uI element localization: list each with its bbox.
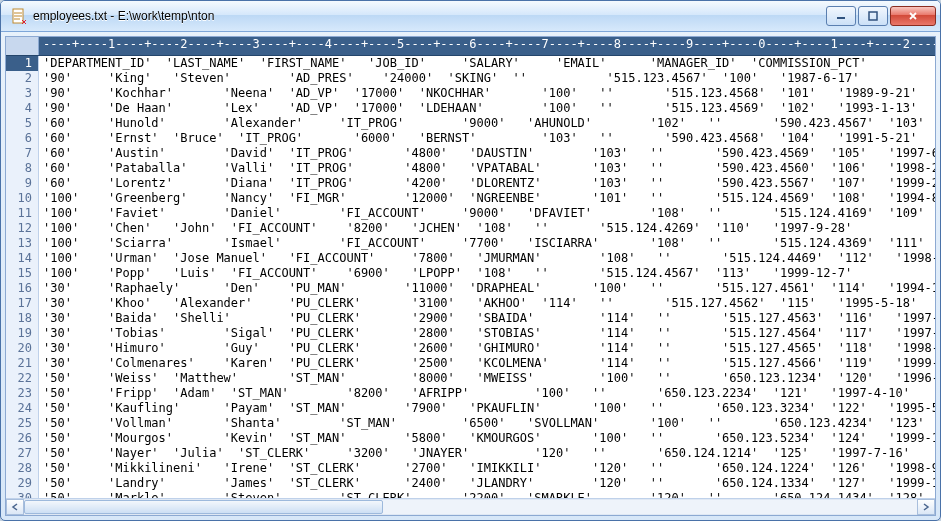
window-title: employees.txt - E:\work\temp\nton [33,9,826,23]
line-number[interactable]: 28 [6,461,38,476]
line-number[interactable]: 5 [6,116,38,131]
scroll-right-button[interactable] [917,499,935,515]
app-window: employees.txt - E:\work\temp\nton ----+-… [0,0,941,521]
line-number[interactable]: 12 [6,221,38,236]
text-line[interactable]: '60' 'Lorentz' 'Diana' 'IT_PROG' '4200' … [43,176,935,191]
gutter-header [6,37,39,55]
text-line[interactable]: '60' 'Pataballa' 'Valli' 'IT_PROG' '4800… [43,161,935,176]
svg-rect-2 [869,12,877,20]
scroll-thumb[interactable] [24,500,383,514]
line-number[interactable]: 6 [6,131,38,146]
text-line[interactable]: '90' 'Kochhar' 'Neena' 'AD_VP' '17000' '… [43,86,935,101]
text-line[interactable]: '100' 'Popp' 'Luis' 'FI_ACCOUNT' '6900' … [43,266,935,281]
text-line[interactable]: '50' 'Vollman' 'Shanta' 'ST_MAN' '6500' … [43,416,935,431]
text-line[interactable]: '30' 'Khoo' 'Alexander' 'PU_CLERK' '3100… [43,296,935,311]
line-number[interactable]: 30 [6,491,38,498]
text-line[interactable]: '100' 'Chen' 'John' 'FI_ACCOUNT' '8200' … [43,221,935,236]
text-line[interactable]: '50' 'Landry' 'James' 'ST_CLERK' '2400' … [43,476,935,491]
line-number[interactable]: 7 [6,146,38,161]
maximize-button[interactable] [858,6,888,26]
line-number[interactable]: 10 [6,191,38,206]
text-area[interactable]: 'DEPARTMENT_ID' 'LAST_NAME' 'FIRST_NAME'… [39,56,935,498]
line-number[interactable]: 8 [6,161,38,176]
line-number[interactable]: 14 [6,251,38,266]
text-line[interactable]: '30' 'Colmenares' 'Karen' 'PU_CLERK' '25… [43,356,935,371]
line-number[interactable]: 4 [6,101,38,116]
line-number[interactable]: 23 [6,386,38,401]
window-buttons [826,6,936,26]
scroll-left-button[interactable] [6,499,24,515]
line-number[interactable]: 19 [6,326,38,341]
svg-rect-1 [837,17,845,19]
horizontal-scrollbar[interactable] [6,498,935,515]
text-line[interactable]: '30' 'Raphaely' 'Den' 'PU_MAN' '11000' '… [43,281,935,296]
text-line[interactable]: '50' 'Kaufling' 'Payam' 'ST_MAN' '7900' … [43,401,935,416]
line-number[interactable]: 2 [6,71,38,86]
text-line[interactable]: '30' 'Himuro' 'Guy' 'PU_CLERK' '2600' 'G… [43,341,935,356]
text-line[interactable]: '100' 'Faviet' 'Daniel' 'FI_ACCOUNT' '90… [43,206,935,221]
text-line[interactable]: '100' 'Urman' 'Jose Manuel' 'FI_ACCOUNT'… [43,251,935,266]
text-line[interactable]: '60' 'Austin' 'David' 'IT_PROG' '4800' '… [43,146,935,161]
close-button[interactable] [890,6,936,26]
app-icon [11,8,27,24]
text-line[interactable]: '90' 'King' 'Steven' 'AD_PRES' '24000' '… [43,71,935,86]
line-number[interactable]: 21 [6,356,38,371]
text-line[interactable]: '30' 'Tobias' 'Sigal' 'PU_CLERK' '2800' … [43,326,935,341]
line-number[interactable]: 29 [6,476,38,491]
text-line[interactable]: '30' 'Baida' 'Shelli' 'PU_CLERK' '2900' … [43,311,935,326]
line-number[interactable]: 22 [6,371,38,386]
line-number[interactable]: 25 [6,416,38,431]
text-line[interactable]: '100' 'Sciarra' 'Ismael' 'FI_ACCOUNT' '7… [43,236,935,251]
text-line[interactable]: '100' 'Greenberg' 'Nancy' 'FI_MGR' '1200… [43,191,935,206]
text-line[interactable]: '50' 'Nayer' 'Julia' 'ST_CLERK' '3200' '… [43,446,935,461]
text-line[interactable]: '60' 'Ernst' 'Bruce' 'IT_PROG' '6000' 'B… [43,131,935,146]
line-number[interactable]: 3 [6,86,38,101]
text-line[interactable]: '50' 'Mourgos' 'Kevin' 'ST_MAN' '5800' '… [43,431,935,446]
scroll-track[interactable] [24,499,917,515]
line-number[interactable]: 1 [6,56,38,71]
line-number[interactable]: 9 [6,176,38,191]
text-line[interactable]: '50' 'Fripp' 'Adam' 'ST_MAN' '8200' 'AFR… [43,386,935,401]
line-number[interactable]: 18 [6,311,38,326]
line-number[interactable]: 15 [6,266,38,281]
line-number[interactable]: 13 [6,236,38,251]
column-ruler: ----+----1----+----2----+----3----+----4… [39,37,935,55]
line-number[interactable]: 16 [6,281,38,296]
text-line[interactable]: 'DEPARTMENT_ID' 'LAST_NAME' 'FIRST_NAME'… [43,56,935,71]
text-line[interactable]: '90' 'De Haan' 'Lex' 'AD_VP' '17000' 'LD… [43,101,935,116]
text-editor[interactable]: 1234567891011121314151617181920212223242… [6,56,935,498]
line-number[interactable]: 17 [6,296,38,311]
text-line[interactable]: '50' 'Markle' 'Steven' 'ST_CLERK' '2200'… [43,491,935,498]
editor-client: ----+----1----+----2----+----3----+----4… [5,36,936,516]
minimize-button[interactable] [826,6,856,26]
text-line[interactable]: '60' 'Hunold' 'Alexander' 'IT_PROG' '900… [43,116,935,131]
text-line[interactable]: '50' 'Mikkilineni' 'Irene' 'ST_CLERK' '2… [43,461,935,476]
line-number[interactable]: 27 [6,446,38,461]
line-number[interactable]: 11 [6,206,38,221]
line-number[interactable]: 20 [6,341,38,356]
titlebar[interactable]: employees.txt - E:\work\temp\nton [1,1,940,32]
line-number[interactable]: 26 [6,431,38,446]
line-number-gutter[interactable]: 1234567891011121314151617181920212223242… [6,56,39,498]
line-number[interactable]: 24 [6,401,38,416]
text-line[interactable]: '50' 'Weiss' 'Matthew' 'ST_MAN' '8000' '… [43,371,935,386]
ruler-row: ----+----1----+----2----+----3----+----4… [6,37,935,56]
